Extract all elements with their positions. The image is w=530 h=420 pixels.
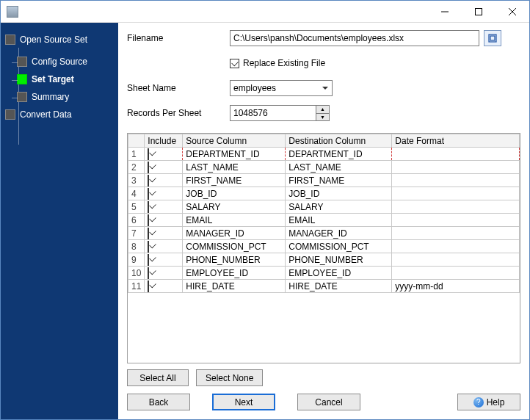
date-format-cell[interactable] bbox=[392, 214, 520, 227]
include-cell[interactable] bbox=[145, 214, 183, 227]
source-column-cell[interactable]: HIRE_DATE bbox=[183, 280, 286, 293]
table-row[interactable]: 3FIRST_NAMEFIRST_NAME bbox=[128, 174, 520, 187]
col-header-destination[interactable]: Destination Column bbox=[286, 134, 392, 148]
table-row[interactable]: 2LAST_NAMELAST_NAME bbox=[128, 161, 520, 174]
source-column-cell[interactable]: EMAIL bbox=[183, 214, 286, 227]
include-cell[interactable] bbox=[145, 227, 183, 240]
col-header-include[interactable]: Include bbox=[145, 134, 183, 148]
replace-existing-label: Replace Existing File bbox=[243, 58, 325, 68]
source-column-cell[interactable]: PHONE_NUMBER bbox=[183, 253, 286, 267]
nav-item-summary[interactable]: Summary bbox=[17, 92, 114, 102]
destination-column-cell[interactable]: EMPLOYEE_ID bbox=[286, 267, 392, 280]
include-checkbox[interactable] bbox=[148, 228, 149, 239]
browse-button[interactable] bbox=[484, 30, 501, 46]
select-none-button[interactable]: Select None bbox=[196, 369, 263, 386]
include-cell[interactable] bbox=[145, 148, 183, 161]
source-column-cell[interactable]: DEPARTMENT_ID bbox=[183, 148, 286, 161]
records-spin-down[interactable]: ▼ bbox=[316, 113, 329, 121]
col-header-date-format[interactable]: Date Format bbox=[392, 134, 520, 148]
maximize-button[interactable] bbox=[462, 1, 495, 23]
date-format-cell[interactable]: yyyy-mm-dd bbox=[392, 280, 520, 293]
date-format-cell[interactable] bbox=[392, 161, 520, 174]
sheet-name-select[interactable] bbox=[230, 80, 333, 96]
destination-column-cell[interactable]: MANAGER_ID bbox=[286, 227, 392, 240]
table-row[interactable]: 1DEPARTMENT_IDDEPARTMENT_ID bbox=[128, 148, 520, 161]
row-number: 6 bbox=[128, 214, 145, 227]
destination-column-cell[interactable]: LAST_NAME bbox=[286, 161, 392, 174]
include-checkbox[interactable] bbox=[148, 175, 149, 187]
next-button[interactable]: Next bbox=[212, 394, 275, 410]
cancel-button[interactable]: Cancel bbox=[297, 394, 360, 410]
source-column-cell[interactable]: SALARY bbox=[183, 200, 286, 214]
include-cell[interactable] bbox=[145, 161, 183, 174]
date-format-cell[interactable] bbox=[392, 267, 520, 280]
destination-column-cell[interactable]: SALARY bbox=[286, 200, 392, 214]
destination-column-cell[interactable]: COMMISSION_PCT bbox=[286, 240, 392, 253]
table-row[interactable]: 6EMAILEMAIL bbox=[128, 214, 520, 227]
destination-column-cell[interactable]: FIRST_NAME bbox=[286, 174, 392, 187]
back-button[interactable]: Back bbox=[127, 394, 190, 410]
include-checkbox[interactable] bbox=[148, 267, 149, 279]
include-checkbox[interactable] bbox=[148, 188, 149, 200]
include-checkbox[interactable] bbox=[148, 148, 149, 160]
table-row[interactable]: 4JOB_IDJOB_ID bbox=[128, 187, 520, 200]
include-cell[interactable] bbox=[145, 253, 183, 267]
date-format-cell[interactable] bbox=[392, 200, 520, 214]
table-row[interactable]: 11HIRE_DATEHIRE_DATEyyyy-mm-dd bbox=[128, 280, 520, 293]
records-per-sheet-input[interactable] bbox=[230, 105, 316, 121]
source-column-cell[interactable]: FIRST_NAME bbox=[183, 174, 286, 187]
date-format-cell[interactable] bbox=[392, 253, 520, 267]
col-header-source[interactable]: Source Column bbox=[183, 134, 286, 148]
row-number: 5 bbox=[128, 200, 145, 214]
table-row[interactable]: 5SALARYSALARY bbox=[128, 200, 520, 214]
source-column-cell[interactable]: MANAGER_ID bbox=[183, 227, 286, 240]
table-row[interactable]: 10EMPLOYEE_IDEMPLOYEE_ID bbox=[128, 267, 520, 280]
include-cell[interactable] bbox=[145, 200, 183, 214]
nav-label: Convert Data bbox=[20, 109, 72, 120]
nav-label: Config Source bbox=[32, 57, 87, 67]
table-row[interactable]: 8COMMISSION_PCTCOMMISSION_PCT bbox=[128, 240, 520, 253]
nav-step-icon bbox=[17, 74, 27, 84]
table-row[interactable]: 9PHONE_NUMBERPHONE_NUMBER bbox=[128, 253, 520, 267]
destination-column-cell[interactable]: HIRE_DATE bbox=[286, 280, 392, 293]
nav-item-convert-data[interactable]: Convert Data bbox=[5, 109, 114, 120]
date-format-cell[interactable] bbox=[392, 240, 520, 253]
include-checkbox[interactable] bbox=[148, 201, 149, 213]
source-column-cell[interactable]: JOB_ID bbox=[183, 187, 286, 200]
select-all-button[interactable]: Select All bbox=[127, 369, 189, 386]
destination-column-cell[interactable]: EMAIL bbox=[286, 214, 392, 227]
records-spin-up[interactable]: ▲ bbox=[316, 106, 329, 113]
filename-label: Filename bbox=[127, 33, 230, 43]
date-format-cell[interactable] bbox=[392, 174, 520, 187]
filename-input[interactable] bbox=[230, 30, 479, 46]
date-format-cell[interactable] bbox=[392, 227, 520, 240]
destination-column-cell[interactable]: PHONE_NUMBER bbox=[286, 253, 392, 267]
replace-existing-checkbox[interactable] bbox=[230, 59, 239, 68]
nav-item-config-source[interactable]: Config Source bbox=[17, 57, 114, 67]
minimize-button[interactable] bbox=[428, 1, 462, 23]
columns-table[interactable]: Include Source Column Destination Column… bbox=[127, 133, 520, 363]
source-column-cell[interactable]: LAST_NAME bbox=[183, 161, 286, 174]
include-checkbox[interactable] bbox=[148, 241, 149, 253]
include-checkbox[interactable] bbox=[148, 280, 149, 292]
include-cell[interactable] bbox=[145, 280, 183, 293]
help-button[interactable]: ? Help bbox=[457, 394, 520, 410]
include-checkbox[interactable] bbox=[148, 162, 149, 173]
date-format-cell[interactable] bbox=[392, 187, 520, 200]
include-cell[interactable] bbox=[145, 240, 183, 253]
source-column-cell[interactable]: COMMISSION_PCT bbox=[183, 240, 286, 253]
close-button[interactable] bbox=[495, 1, 529, 23]
nav-item-open-source-set[interactable]: Open Source Set bbox=[5, 35, 114, 45]
date-format-cell[interactable] bbox=[392, 148, 520, 161]
row-number: 7 bbox=[128, 227, 145, 240]
source-column-cell[interactable]: EMPLOYEE_ID bbox=[183, 267, 286, 280]
include-cell[interactable] bbox=[145, 187, 183, 200]
include-cell[interactable] bbox=[145, 267, 183, 280]
table-row[interactable]: 7MANAGER_IDMANAGER_ID bbox=[128, 227, 520, 240]
nav-item-set-target[interactable]: Set Target bbox=[17, 74, 114, 84]
include-checkbox[interactable] bbox=[148, 254, 149, 266]
destination-column-cell[interactable]: DEPARTMENT_ID bbox=[286, 148, 392, 161]
destination-column-cell[interactable]: JOB_ID bbox=[286, 187, 392, 200]
include-cell[interactable] bbox=[145, 174, 183, 187]
include-checkbox[interactable] bbox=[148, 214, 149, 226]
